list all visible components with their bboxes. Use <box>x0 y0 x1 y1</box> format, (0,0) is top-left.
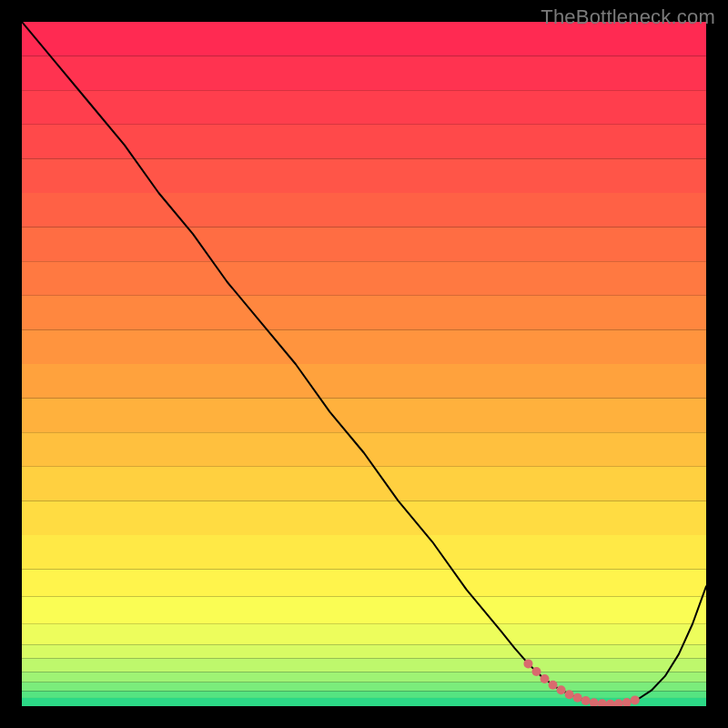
gradient-band <box>22 296 706 330</box>
gradient-band <box>22 658 706 672</box>
gradient-band <box>22 644 706 658</box>
plot-area <box>22 22 706 706</box>
svg-point-2 <box>541 674 550 683</box>
gradient-band <box>22 535 706 570</box>
watermark-text: TheBottleneck.com <box>541 5 715 29</box>
gradient-band <box>22 672 706 682</box>
gradient-band <box>22 399 706 433</box>
gradient-band <box>22 261 706 296</box>
svg-point-13 <box>631 695 640 704</box>
svg-point-6 <box>573 693 582 703</box>
svg-point-0 <box>523 659 532 668</box>
gradient-band <box>22 432 706 467</box>
gradient-band <box>22 597 706 624</box>
gradient-band <box>22 500 706 535</box>
svg-point-7 <box>581 696 591 705</box>
svg-point-1 <box>532 667 541 676</box>
gradient-band <box>22 228 706 262</box>
svg-point-3 <box>549 681 558 690</box>
gradient-band <box>22 570 706 597</box>
gradient-band <box>22 329 706 364</box>
svg-point-4 <box>557 685 566 694</box>
gradient-band <box>22 364 706 399</box>
gradient-band <box>22 56 706 91</box>
gradient-band <box>22 624 706 645</box>
gradient-band <box>22 691 706 698</box>
gradient-band <box>22 467 706 501</box>
chart-svg <box>22 22 706 706</box>
svg-point-5 <box>565 690 574 699</box>
gradient-band <box>22 158 706 193</box>
gradient-band <box>22 193 706 228</box>
chart-frame: TheBottleneck.com <box>0 0 728 728</box>
gradient-band <box>22 682 706 692</box>
gradient-band <box>22 125 706 159</box>
gradient-band <box>22 90 706 125</box>
